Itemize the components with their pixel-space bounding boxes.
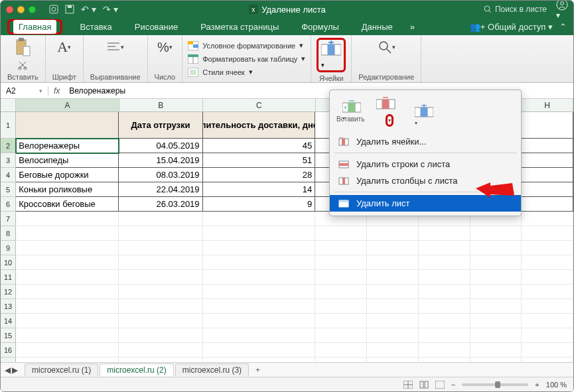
row-header[interactable]: 14 (1, 314, 16, 328)
cell[interactable] (119, 285, 202, 299)
zoom-level[interactable]: 100 % (546, 381, 567, 389)
save-icon[interactable] (65, 5, 74, 14)
row-header[interactable]: 10 (1, 255, 16, 270)
cell[interactable] (16, 328, 119, 343)
cell[interactable] (522, 226, 573, 241)
cell[interactable] (419, 226, 470, 241)
cell[interactable] (522, 328, 573, 343)
col-header-c[interactable]: C (203, 99, 316, 111)
cell[interactable] (522, 314, 573, 328)
close-window-icon[interactable] (6, 6, 13, 13)
sheet-tab[interactable]: microexcel.ru (1) (25, 363, 98, 376)
tab-draw[interactable]: Рисование (129, 20, 183, 34)
cell[interactable] (203, 255, 316, 270)
col-header-b[interactable]: B (119, 99, 203, 111)
number-icon[interactable]: %▾ (155, 38, 174, 56)
cell[interactable] (16, 299, 119, 314)
cell[interactable] (315, 328, 367, 343)
cell[interactable] (315, 314, 367, 328)
cell[interactable] (203, 343, 316, 358)
cell[interactable] (315, 270, 367, 285)
cell[interactable] (119, 212, 202, 226)
cell[interactable] (470, 285, 522, 299)
cells-button[interactable]: ▾ (321, 40, 341, 69)
row-header[interactable]: 13 (1, 299, 16, 314)
cell[interactable]: 9 (203, 197, 316, 212)
cell[interactable] (419, 328, 470, 343)
sheet-tab-active[interactable]: microexcel.ru (2) (100, 363, 173, 376)
cell[interactable] (522, 285, 573, 299)
cell[interactable] (367, 255, 419, 270)
cell[interactable] (522, 241, 573, 255)
cell[interactable] (203, 314, 316, 328)
tab-overflow-icon[interactable]: » (410, 22, 415, 32)
tab-home[interactable]: Главная (13, 20, 56, 34)
cell[interactable] (367, 285, 419, 299)
format-cells-split[interactable]: ▾ (415, 104, 431, 119)
cell[interactable] (119, 270, 202, 285)
header-cell[interactable]: Дата отгрузки (119, 112, 202, 139)
editing-icon[interactable]: ▾ (377, 38, 395, 56)
cell[interactable] (119, 255, 202, 270)
cell[interactable]: 28 (203, 168, 316, 182)
add-sheet-button[interactable]: + (250, 364, 265, 376)
cell[interactable]: 45 (203, 139, 316, 153)
cell[interactable] (119, 343, 202, 358)
cell[interactable] (367, 226, 419, 241)
ribbon-collapse-icon[interactable]: ⌃ (559, 22, 567, 32)
cell[interactable]: Кроссовки беговые (16, 197, 119, 212)
share-button[interactable]: 👥+ Общий доступ ▾ (470, 22, 553, 32)
cell[interactable]: 08.03.2019 (119, 168, 202, 182)
conditional-formatting-button[interactable]: Условное форматирование ▾ (188, 40, 305, 52)
cell[interactable] (203, 226, 316, 241)
insert-cells-split[interactable]: ▾ Вставить (336, 99, 364, 123)
cell[interactable] (203, 241, 316, 255)
tab-data[interactable]: Данные (356, 20, 398, 34)
row-header[interactable]: 7 (1, 212, 16, 226)
menu-delete-rows[interactable]: Удалить строки с листа (330, 156, 521, 172)
row-header[interactable]: 1 (1, 112, 16, 139)
cell[interactable] (522, 153, 573, 168)
cell[interactable] (367, 299, 419, 314)
row-header[interactable]: 6 (1, 197, 16, 212)
cell[interactable] (203, 212, 316, 226)
cell[interactable] (419, 314, 470, 328)
cell[interactable] (522, 270, 573, 285)
cell[interactable] (367, 343, 419, 358)
cell[interactable] (367, 328, 419, 343)
cell[interactable] (203, 328, 316, 343)
cell[interactable]: Коньки роликовые (16, 182, 119, 197)
cell[interactable] (419, 241, 470, 255)
row-header[interactable]: 9 (1, 241, 16, 255)
row-header[interactable]: 11 (1, 270, 16, 285)
cell[interactable] (522, 255, 573, 270)
cell[interactable] (315, 343, 367, 358)
cell[interactable] (522, 212, 573, 226)
tab-insert[interactable]: Вставка (74, 20, 117, 34)
cell[interactable] (367, 314, 419, 328)
cell[interactable] (522, 343, 573, 358)
undo-icon[interactable]: ↶ ▾ (81, 4, 96, 15)
row-header[interactable]: 2 (1, 139, 16, 153)
cell[interactable] (522, 299, 573, 314)
cell[interactable] (470, 343, 522, 358)
cell[interactable] (419, 299, 470, 314)
cell[interactable]: Беговые дорожки (16, 168, 119, 182)
menu-delete-cells[interactable]: Удалить ячейки... (330, 133, 521, 150)
cell[interactable] (203, 299, 316, 314)
row-header[interactable]: 5 (1, 182, 16, 197)
cell[interactable] (419, 255, 470, 270)
zoom-in-button[interactable]: + (535, 381, 539, 389)
cell[interactable]: 15.04.2019 (119, 153, 202, 168)
cell[interactable] (522, 112, 573, 139)
cell[interactable] (315, 241, 367, 255)
header-cell[interactable] (16, 112, 119, 139)
maximize-window-icon[interactable] (29, 6, 36, 13)
row-header[interactable]: 3 (1, 153, 16, 168)
cell[interactable]: 22.04.2019 (119, 182, 202, 197)
view-page-break-icon[interactable] (435, 381, 445, 389)
redo-icon[interactable]: ↷ ▾ (103, 4, 118, 15)
cell[interactable] (419, 285, 470, 299)
select-all-corner[interactable] (1, 99, 16, 111)
zoom-slider[interactable] (462, 383, 528, 386)
